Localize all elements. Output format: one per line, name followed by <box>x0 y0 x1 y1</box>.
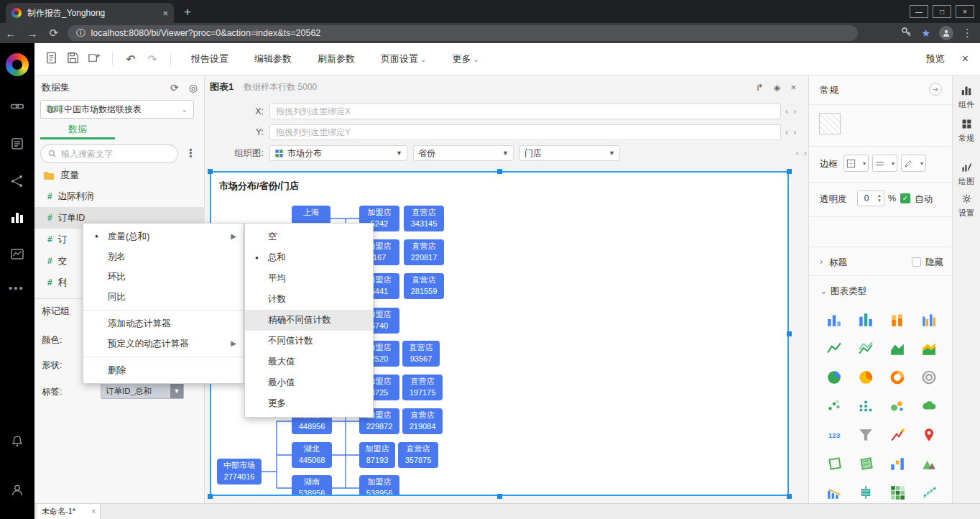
search-input[interactable] <box>61 149 154 159</box>
chart-type-multi-line-icon[interactable] <box>850 334 882 363</box>
collapse-panel-icon[interactable]: ➜ <box>929 83 942 96</box>
undo-icon[interactable]: ↶ <box>120 52 142 66</box>
submenu-item-avg[interactable]: 平均 <box>245 268 373 289</box>
browser-tab[interactable]: 制作报告_Yonghong × <box>6 3 174 23</box>
org-chart-node[interactable]: 湖北445068 <box>292 442 332 468</box>
close-report-icon[interactable]: × <box>962 52 969 65</box>
dataset-list-icon[interactable] <box>10 137 24 151</box>
submenu-item-more[interactable]: 更多 <box>245 393 373 414</box>
resize-handle[interactable] <box>497 169 502 174</box>
resize-handle[interactable] <box>208 169 213 174</box>
menu-item-aggregation[interactable]: ●度量(总和)▶ <box>83 226 244 247</box>
x-axis-dropzone[interactable]: 拖拽列到这里绑定X <box>269 104 781 119</box>
bookmark-star-icon[interactable]: ★ <box>921 27 930 39</box>
opacity-input[interactable]: 0 ▲▼ <box>857 190 884 206</box>
chart-type-line-icon[interactable] <box>818 334 850 363</box>
org-level3-select[interactable]: 门店 ▼ <box>519 145 620 161</box>
submenu-item-min[interactable]: 最小值 <box>245 372 373 393</box>
rail-more-icon[interactable]: ••• <box>9 282 24 294</box>
report-settings-button[interactable]: 报告设置 <box>191 52 228 65</box>
y-axis-dropzone[interactable]: 拖拽列到这里绑定Y <box>269 124 781 140</box>
dataset-select[interactable]: 咖啡中国市场数据联接表 ⌄ <box>40 100 194 119</box>
browser-menu-icon[interactable]: ⋮ <box>962 27 973 40</box>
org-chart-node[interactable]: 湖南538956 <box>292 475 332 496</box>
chevron-down-icon[interactable]: ▼ <box>170 384 183 398</box>
border-line-select[interactable]: ▾ <box>872 155 897 172</box>
chart-type-donut-icon[interactable] <box>882 363 913 392</box>
notifications-bell-icon[interactable] <box>10 434 24 449</box>
field-list-options-icon[interactable]: ⋮ <box>185 147 196 160</box>
new-report-icon[interactable] <box>40 51 62 67</box>
more-menu-button[interactable]: 更多⌄ <box>452 52 479 65</box>
data-connect-icon[interactable] <box>10 99 24 114</box>
field-search-box[interactable] <box>40 144 178 163</box>
tag-field-chip[interactable]: 订单ID_总和 ▼ <box>101 383 184 399</box>
chart-type-kpi-icon[interactable] <box>882 421 913 449</box>
org-chart-node[interactable]: 直营店219084 <box>402 408 443 434</box>
org-chart-node[interactable]: 直营店220817 <box>404 239 444 265</box>
save-icon[interactable] <box>62 51 83 67</box>
rail-tab-plot[interactable]: 绘图 <box>953 162 980 187</box>
key-icon[interactable] <box>901 27 912 40</box>
data-prep-icon[interactable] <box>10 174 24 188</box>
redo-icon[interactable]: ↷ <box>142 52 163 66</box>
chart-type-dot-column-icon[interactable] <box>850 392 882 421</box>
close-binding-panel-icon[interactable]: × <box>790 82 796 93</box>
chart-type-ring-icon[interactable] <box>913 363 945 392</box>
chart-type-pin-icon[interactable] <box>913 421 945 449</box>
menu-item-mom[interactable]: 环比 <box>83 267 244 287</box>
spinner-arrows-icon[interactable]: ▲▼ <box>875 193 884 203</box>
page-tab[interactable]: 未命名-1* × <box>37 504 101 519</box>
org-chart-node[interactable]: 直营店93567 <box>402 341 440 367</box>
clear-binding-icon[interactable]: ◈ <box>773 82 780 93</box>
undock-icon[interactable]: ↱ <box>756 82 764 93</box>
chart-type-bubble-icon[interactable] <box>882 392 913 421</box>
border-style-select[interactable]: ▾ <box>843 155 869 172</box>
org-chart-node[interactable]: 加盟店538956 <box>359 475 399 496</box>
window-maximize-button[interactable]: □ <box>933 5 951 18</box>
submenu-item-max[interactable]: 最大值 <box>245 352 373 372</box>
resize-handle[interactable] <box>787 169 792 174</box>
chart-type-boxplot-icon[interactable] <box>850 478 882 507</box>
submenu-item-none[interactable]: 空 <box>245 226 373 247</box>
measures-folder[interactable]: 度量 <box>43 169 79 182</box>
submenu-item-sum[interactable]: ●总和 <box>245 247 373 268</box>
chart-type-area-icon[interactable] <box>882 334 913 363</box>
chart-type-scatter-icon[interactable] <box>818 392 850 421</box>
refresh-dataset-icon[interactable]: ⟳ <box>170 82 179 93</box>
chart-type-number-icon[interactable]: 123 <box>818 421 850 449</box>
forward-icon[interactable]: → <box>22 27 43 40</box>
submenu-item-exact-distinct-count[interactable]: 精确不同值计数 <box>245 310 373 331</box>
refresh-params-button[interactable]: 刷新参数 <box>318 52 355 65</box>
chart-type-map-icon[interactable] <box>818 449 850 478</box>
auto-checkbox[interactable]: ✓ <box>900 193 910 203</box>
rail-tab-components[interactable]: 组件 <box>953 86 980 110</box>
scroll-chevrons-icon[interactable]: ‹ › <box>785 127 798 137</box>
rail-tab-settings[interactable]: 设置 <box>953 193 980 219</box>
report-builder-icon[interactable] <box>10 210 24 224</box>
chart-type-word-cloud-icon[interactable] <box>913 392 945 421</box>
scroll-chevrons-icon[interactable]: ‹ › <box>785 106 798 116</box>
edit-params-button[interactable]: 编辑参数 <box>254 52 292 65</box>
menu-item-delete[interactable]: 删除 <box>83 360 244 380</box>
chart-type-funnel-icon[interactable] <box>850 421 882 449</box>
back-icon[interactable]: ← <box>0 27 22 40</box>
tab-close-icon[interactable]: × <box>162 8 168 19</box>
dataset-options-icon[interactable]: ◎ <box>189 82 198 93</box>
page-info-icon[interactable]: ⓘ <box>76 27 85 40</box>
title-section-label[interactable]: 标题 <box>829 257 847 269</box>
chart-type-heatmap-icon[interactable] <box>882 478 913 507</box>
chart-type-map-fill-icon[interactable] <box>850 449 882 478</box>
page-settings-button[interactable]: 页面设置⌄ <box>381 52 426 65</box>
resize-handle[interactable] <box>208 494 213 499</box>
org-type-select[interactable]: 市场分布 ▼ <box>269 145 407 161</box>
chart-type-stacked-area-icon[interactable] <box>913 334 945 363</box>
chart-type-trend-icon[interactable] <box>913 478 945 507</box>
menu-item-yoy[interactable]: 同比 <box>83 287 244 307</box>
profile-avatar[interactable] <box>939 26 953 40</box>
org-level2-select[interactable]: 省份 ▼ <box>413 145 514 161</box>
close-page-icon[interactable]: × <box>91 507 96 515</box>
org-chart-node[interactable]: 直营店343145 <box>404 206 444 231</box>
window-minimize-button[interactable]: — <box>910 5 928 18</box>
chart-type-stacked-bar-icon[interactable] <box>882 306 913 334</box>
